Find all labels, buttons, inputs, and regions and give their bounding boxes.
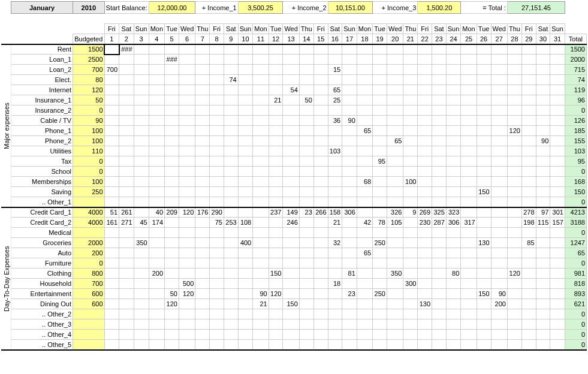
cell-Phone_2-4[interactable] — [149, 136, 164, 146]
cell-Loan_1-8[interactable] — [210, 55, 224, 65]
cell-.. Other_3-6[interactable] — [179, 319, 195, 330]
cell-Internet-12[interactable] — [269, 85, 283, 95]
cell-Utilities-3[interactable] — [134, 146, 149, 156]
cell-Credit Card_1-27[interactable] — [491, 207, 507, 218]
cell-Loan_1-10[interactable] — [238, 55, 253, 65]
cell-Internet-26[interactable] — [477, 85, 491, 95]
cell-Furniture-29[interactable] — [521, 258, 536, 269]
budget-Loan_1[interactable]: 2500 — [73, 55, 105, 65]
cell-Furniture-26[interactable] — [477, 258, 491, 269]
cell-Household-18[interactable] — [357, 279, 372, 289]
cell-Phone_1-14[interactable] — [299, 126, 313, 136]
cell-Credit Card_1-3[interactable] — [134, 207, 149, 218]
cell-Utilities-11[interactable] — [253, 146, 269, 156]
cell-Rent-19[interactable] — [373, 44, 387, 55]
cell-Internet-2[interactable] — [119, 85, 134, 95]
cell-Auto-2[interactable] — [119, 248, 134, 258]
cell-Phone_2-30[interactable]: 90 — [536, 136, 550, 146]
cell-Clothing-14[interactable] — [299, 269, 313, 279]
cell-Credit Card_2-27[interactable] — [491, 218, 507, 228]
cell-Phone_2-22[interactable] — [418, 136, 432, 146]
cell-Insurance_2-29[interactable] — [521, 105, 536, 116]
cell-Memberships-7[interactable] — [195, 177, 210, 187]
cell-Insurance_1-14[interactable]: 50 — [299, 95, 313, 105]
cell-Clothing-16[interactable] — [328, 269, 342, 279]
cell-Utilities-26[interactable] — [477, 146, 491, 156]
cell-Dining Out-21[interactable] — [403, 299, 418, 309]
cell-.. Other_5-7[interactable] — [195, 340, 210, 350]
cell-Insurance_1-8[interactable] — [210, 95, 224, 105]
cell-Insurance_2-28[interactable] — [507, 105, 521, 116]
cell-.. Other_4-1[interactable] — [104, 330, 119, 340]
cell-Credit Card_1-29[interactable]: 278 — [521, 207, 536, 218]
cell-Medical-4[interactable] — [149, 228, 164, 238]
cell-Saving-6[interactable] — [179, 187, 195, 197]
cell-.. Other_5-24[interactable] — [446, 340, 461, 350]
cell-Entertainment-18[interactable] — [357, 289, 372, 299]
cell-Loan_2-5[interactable] — [165, 65, 179, 75]
cell-Memberships-18[interactable]: 68 — [357, 177, 372, 187]
cell-Saving-28[interactable] — [507, 187, 521, 197]
cell-Memberships-19[interactable] — [373, 177, 387, 187]
cell-.. Other_3-17[interactable] — [342, 319, 357, 330]
cell-Insurance_1-24[interactable] — [446, 95, 461, 105]
cell-Elect.-1[interactable] — [104, 75, 119, 85]
cell-Elect.-10[interactable] — [238, 75, 253, 85]
budget-.. Other_3[interactable] — [73, 319, 105, 330]
cell-Household-26[interactable] — [477, 279, 491, 289]
cell-Elect.-28[interactable] — [507, 75, 521, 85]
cell-.. Other_5-1[interactable] — [104, 340, 119, 350]
cell-.. Other_2-15[interactable] — [313, 309, 328, 319]
cell-Auto-31[interactable] — [550, 248, 565, 258]
cell-Saving-20[interactable] — [387, 187, 403, 197]
cell-Rent-3[interactable] — [134, 44, 149, 55]
cell-.. Other_3-13[interactable] — [283, 319, 299, 330]
cell-Dining Out-29[interactable] — [521, 299, 536, 309]
budget-Groceries[interactable]: 2000 — [73, 238, 105, 248]
cell-Groceries-26[interactable]: 130 — [477, 238, 491, 248]
cell-Auto-5[interactable] — [165, 248, 179, 258]
cell-Memberships-26[interactable] — [477, 177, 491, 187]
cell-Phone_2-20[interactable]: 65 — [387, 136, 403, 146]
cell-Loan_1-4[interactable] — [149, 55, 164, 65]
cell-.. Other_4-3[interactable] — [134, 330, 149, 340]
cell-Elect.-23[interactable] — [432, 75, 447, 85]
cell-Loan_2-16[interactable]: 15 — [328, 65, 342, 75]
cell-Insurance_1-6[interactable] — [179, 95, 195, 105]
cell-Furniture-5[interactable] — [165, 258, 179, 269]
cell-Dining Out-4[interactable] — [149, 299, 164, 309]
cell-Credit Card_2-6[interactable] — [179, 218, 195, 228]
cell-Elect.-8[interactable] — [210, 75, 224, 85]
cell-Phone_2-26[interactable] — [477, 136, 491, 146]
cell-Furniture-8[interactable] — [210, 258, 224, 269]
cell-Household-24[interactable] — [446, 279, 461, 289]
cell-Credit Card_1-31[interactable]: 301 — [550, 207, 565, 218]
cell-.. Other_1-1[interactable] — [104, 197, 119, 207]
cell-Cable / TV-17[interactable]: 90 — [342, 116, 357, 126]
cell-Elect.-30[interactable] — [536, 75, 550, 85]
cell-Dining Out-28[interactable] — [507, 299, 521, 309]
cell-Phone_2-18[interactable] — [357, 136, 372, 146]
cell-Loan_1-6[interactable] — [179, 55, 195, 65]
label-.. Other_3[interactable]: .. Other_3 — [11, 319, 73, 330]
cell-Memberships-15[interactable] — [313, 177, 328, 187]
label-Phone_2[interactable]: Phone_2 — [11, 136, 73, 146]
cell-.. Other_3-3[interactable] — [134, 319, 149, 330]
cell-Internet-29[interactable] — [521, 85, 536, 95]
cell-Household-4[interactable] — [149, 279, 164, 289]
cell-Cable / TV-3[interactable] — [134, 116, 149, 126]
cell-.. Other_4-9[interactable] — [224, 330, 238, 340]
cell-Memberships-2[interactable] — [119, 177, 134, 187]
cell-.. Other_4-10[interactable] — [238, 330, 253, 340]
cell-Elect.-7[interactable] — [195, 75, 210, 85]
cell-.. Other_2-13[interactable] — [283, 309, 299, 319]
cell-Phone_1-24[interactable] — [446, 126, 461, 136]
budget-Dining Out[interactable]: 600 — [73, 299, 105, 309]
cell-Internet-8[interactable] — [210, 85, 224, 95]
cell-Entertainment-16[interactable] — [328, 289, 342, 299]
cell-Memberships-9[interactable] — [224, 177, 238, 187]
cell-Entertainment-30[interactable] — [536, 289, 550, 299]
cell-Phone_2-14[interactable] — [299, 136, 313, 146]
cell-Auto-6[interactable] — [179, 248, 195, 258]
cell-Furniture-11[interactable] — [253, 258, 269, 269]
